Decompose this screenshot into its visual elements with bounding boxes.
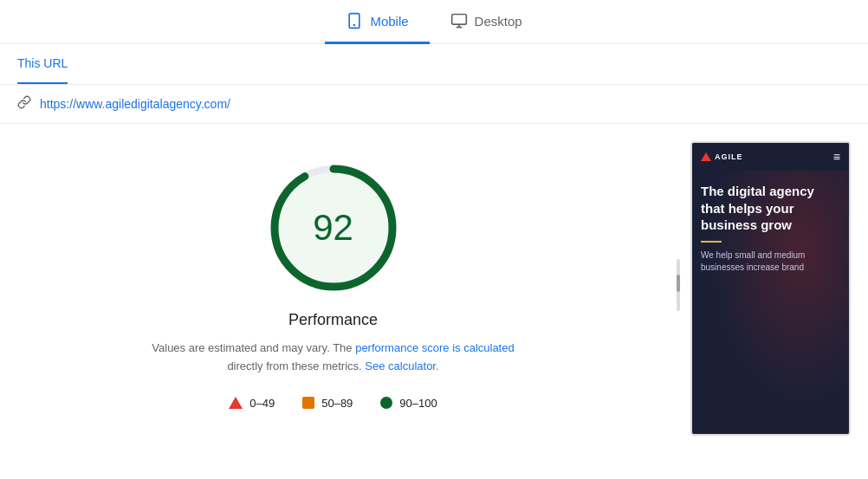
tab-desktop-label: Desktop [475,14,522,29]
phone-divider [701,241,722,243]
legend-icon-red [229,397,243,409]
legend-label-red: 0–49 [249,397,275,410]
phone-header: AGILE ≡ [692,143,849,171]
left-panel: 92 Performance Values are estimated and … [17,141,649,436]
phone-title: The digital agency that helps your busin… [701,183,840,234]
legend-label-orange: 50–89 [321,397,353,410]
legend-item-red: 0–49 [229,397,275,410]
score-circle: 92 [264,159,403,297]
score-description: Values are estimated and may vary. The p… [134,340,533,376]
svg-rect-2 [451,15,466,25]
tab-bar: Mobile Desktop [0,0,868,44]
scroll-thumb[interactable] [677,275,680,292]
perf-score-link[interactable]: performance score is calculated [355,341,515,354]
link-icon [17,95,31,113]
score-container: 92 Performance [264,159,403,329]
legend-icon-orange [302,397,314,409]
tab-desktop[interactable]: Desktop [430,0,543,44]
phone-hero: The digital agency that helps your busin… [692,171,849,434]
tab-mobile-label: Mobile [370,14,408,29]
legend: 0–49 50–89 90–100 [229,397,437,410]
desktop-icon [450,12,468,29]
phone-preview-inner: AGILE ≡ The digital agency that helps yo… [692,143,849,434]
url-link[interactable]: https://www.agiledigitalagency.com/ [40,97,230,111]
url-row: https://www.agiledigitalagency.com/ [0,85,868,124]
legend-item-green: 90–100 [380,397,437,410]
score-value: 92 [313,207,353,249]
tab-mobile[interactable]: Mobile [325,0,429,44]
phone-subtitle: We help small and medium businesses incr… [701,249,840,274]
right-panel: AGILE ≡ The digital agency that helps yo… [690,141,851,436]
score-label: Performance [288,311,378,329]
phone-logo: AGILE [701,152,743,161]
legend-label-green: 90–100 [399,397,437,410]
subnav-this-url[interactable]: This URL [17,44,68,84]
legend-icon-green [380,397,392,409]
logo-triangle-icon [701,152,711,161]
desc-text-middle: directly from these metrics. [227,359,365,372]
phone-preview: AGILE ≡ The digital agency that helps yo… [690,141,851,436]
sub-nav: This URL [0,44,868,85]
calculator-link[interactable]: See calculator [365,359,436,372]
hamburger-icon: ≡ [833,150,840,164]
scroll-area [666,141,673,436]
legend-item-orange: 50–89 [302,397,353,410]
main-content: 92 Performance Values are estimated and … [0,124,868,453]
scrollbar[interactable] [677,259,680,311]
desc-text-before: Values are estimated and may vary. The [152,341,355,354]
mobile-icon [346,12,363,29]
desc-text-after: . [436,359,439,372]
phone-logo-text: AGILE [715,152,743,161]
